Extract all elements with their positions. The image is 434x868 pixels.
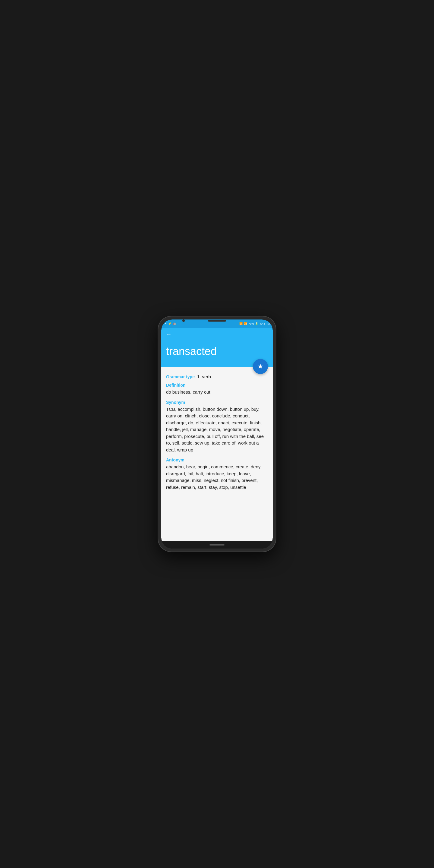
antonym-label: Antonym (166, 458, 268, 462)
favorite-fab-button[interactable]: ★ (253, 359, 268, 374)
star-icon: ★ (257, 363, 264, 370)
grammar-value: 1. verb (197, 374, 211, 379)
synonym-text: TCB, accomplish, button down, button up,… (166, 406, 268, 454)
definition-section: Definition do business, carry out (166, 383, 268, 396)
synonym-label: Synonym (166, 400, 268, 405)
speaker (208, 320, 226, 321)
grammar-label: Grammar type (166, 374, 195, 379)
word-title: transacted (166, 345, 268, 361)
content-area: Grammar type 1. verb Definition do busin… (161, 367, 273, 541)
screen: ✕ ⚡ 🤖 📶 📶 70% 🔋 4:43 PM ← transacted (161, 319, 273, 549)
antonym-text: abandon, bear, begin, commence, create, … (166, 464, 268, 491)
back-button[interactable]: ← (166, 330, 172, 339)
synonym-section: Synonym TCB, accomplish, button down, bu… (166, 400, 268, 454)
grammar-row: Grammar type 1. verb (166, 374, 268, 379)
antonym-section: Antonym abandon, bear, begin, commence, … (166, 458, 268, 491)
home-indicator (210, 544, 224, 546)
phone-top-bar (158, 316, 276, 325)
phone-device: ✕ ⚡ 🤖 📶 📶 70% 🔋 4:43 PM ← transacted (158, 316, 276, 552)
definition-label: Definition (166, 383, 268, 388)
phone-inner: ✕ ⚡ 🤖 📶 📶 70% 🔋 4:43 PM ← transacted (161, 319, 273, 549)
bottom-nav (161, 541, 273, 549)
camera-dot (182, 319, 185, 322)
definition-text: do business, carry out (166, 389, 268, 396)
app-header: ← transacted ★ (161, 328, 273, 367)
